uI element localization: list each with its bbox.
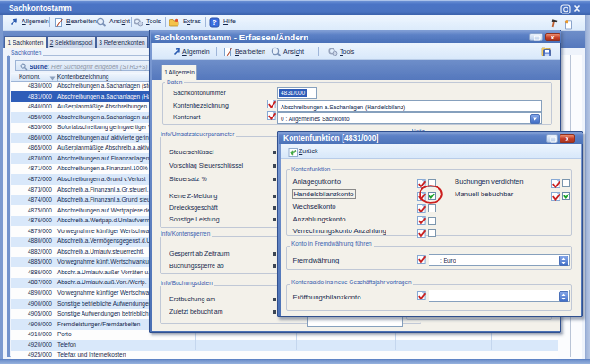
svg-text:?: ? bbox=[212, 18, 216, 27]
